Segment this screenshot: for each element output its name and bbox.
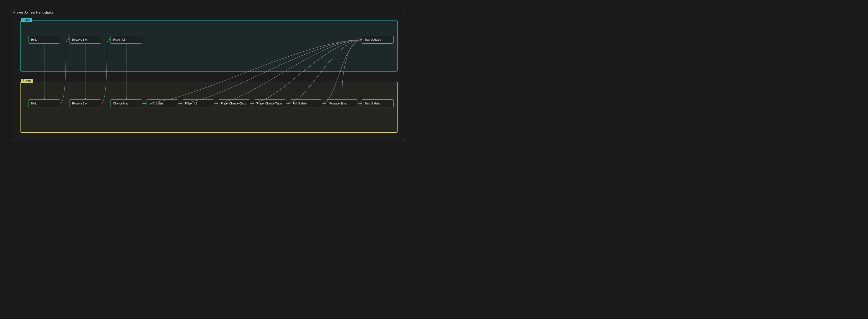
node-client-hello[interactable]: Hello [28, 36, 60, 44]
node-server-change-team[interactable]: Player Change Team [254, 99, 286, 107]
node-label: Player Change Team [257, 102, 282, 105]
node-server-change-class[interactable]: Player Change Class [218, 99, 250, 107]
node-label: Join Update [149, 102, 163, 105]
node-label: Message String [329, 102, 347, 105]
group-client: Client [21, 20, 398, 72]
node-server-change-map[interactable]: Change Map [110, 99, 142, 107]
node-label: Start Updates [365, 102, 381, 105]
node-label: Start Updates [365, 38, 381, 41]
panel-title: Player Joining Handshake [13, 10, 54, 14]
group-client-title: Client [21, 18, 32, 22]
node-server-player-join[interactable]: Player Join [182, 99, 214, 107]
node-server-message-string[interactable]: Message String [326, 99, 358, 107]
node-client-start-updates[interactable]: Start Updates [362, 36, 394, 44]
node-label: Change Map [113, 102, 128, 105]
node-server-reserve[interactable]: Reserve Slot [69, 99, 101, 107]
node-client-reserve[interactable]: Reserve Slot [69, 36, 101, 44]
node-server-hello[interactable]: Hello [28, 99, 60, 107]
node-label: Reserve Slot [72, 102, 87, 105]
node-label: Reserve Slot [72, 38, 87, 41]
node-label: Hello [31, 102, 37, 105]
node-label: Player Change Class [221, 102, 246, 105]
node-label: Player Join [185, 102, 198, 105]
node-label: Player Join [113, 38, 126, 41]
diagram-canvas: Player Joining Handshake Client Server H… [0, 0, 418, 160]
node-label: Hello [31, 38, 37, 41]
node-server-join-update[interactable]: Join Update [146, 99, 178, 107]
node-client-player-join[interactable]: Player Join [110, 36, 142, 44]
node-server-start-updates[interactable]: Start Updates [362, 99, 394, 107]
group-server-title: Server [21, 79, 33, 83]
node-label: Full Update [293, 102, 307, 105]
node-server-full-update[interactable]: Full Update [290, 99, 322, 107]
